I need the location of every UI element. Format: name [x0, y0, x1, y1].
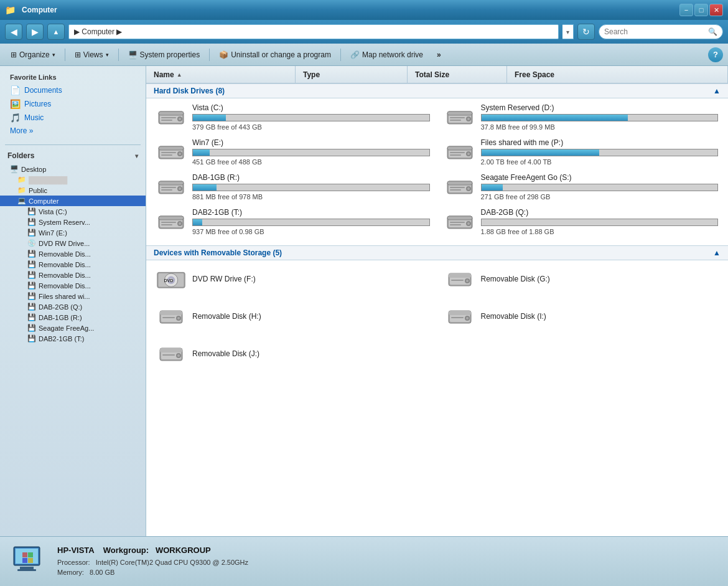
tree-item-dab2gb-q[interactable]: 💾 DAB-2GB (Q:)	[0, 301, 146, 312]
tree-item-removable-h[interactable]: 💾 Removable Dis...	[0, 259, 146, 270]
folders-header[interactable]: Folders ▾	[0, 148, 146, 164]
col-header-name[interactable]: Name ▲	[146, 66, 296, 83]
drive-item-system-d[interactable]: System Reserved (D:) 37.8 MB free of 99.…	[445, 103, 719, 131]
title-bar: 📁 Computer − □ ✕	[0, 0, 728, 20]
hard-disk-collapse[interactable]: ▲	[713, 87, 721, 95]
up-button[interactable]: ▲	[47, 24, 65, 40]
svg-rect-26	[450, 152, 465, 153]
col-type-label: Type	[303, 70, 320, 79]
drive-bar-vista-c	[192, 114, 430, 121]
refresh-button[interactable]: ↻	[577, 24, 595, 40]
drive-item-files-p[interactable]: Files shared with me (P:) 2.00 TB free o…	[445, 138, 719, 166]
col-header-type[interactable]: Type	[296, 66, 408, 83]
removable-h-icon: 💾	[27, 260, 36, 268]
organize-button[interactable]: ⊞ Organize ▾	[5, 46, 61, 64]
close-button[interactable]: ✕	[709, 4, 723, 16]
more-toolbar-button[interactable]: »	[431, 46, 447, 64]
svg-rect-92	[28, 552, 33, 557]
memory-value: 8.00 GB	[90, 569, 114, 576]
drive-item-vista-c[interactable]: Vista (C:) 379 GB free of 443 GB	[156, 103, 430, 131]
svg-text:DVD: DVD	[164, 278, 173, 283]
removable-item-dvd-f[interactable]: DVD DVD RW Drive (F:)	[156, 265, 430, 293]
svg-point-53	[467, 222, 470, 225]
svg-rect-67	[451, 280, 464, 281]
tree-item-vista-c[interactable]: 💾 Vista (C:)	[0, 206, 146, 217]
tree-item-win7-e[interactable]: 💾 Win7 (E:)	[0, 227, 146, 238]
tree-label-dab1gb-r: DAB-1GB (R:)	[39, 314, 82, 321]
drive-item-seagate-s[interactable]: Seagate FreeAgent Go (S:) 271 GB free of…	[445, 173, 719, 201]
main-container: Favorite Links 📄 Documents 🖼️ Pictures 🎵…	[0, 66, 728, 536]
drive-name-system-d: System Reserved (D:)	[481, 103, 719, 112]
removable-item-removable-i[interactable]: Removable Disk (I:)	[445, 303, 719, 330]
svg-rect-37	[447, 181, 472, 185]
window-icon: 📁	[5, 5, 16, 15]
pictures-icon: 🖼️	[10, 99, 21, 109]
svg-rect-19	[161, 152, 176, 153]
drive-item-win7-e[interactable]: Win7 (E:) 451 GB free of 488 GB	[156, 138, 430, 166]
svg-rect-89	[17, 569, 36, 571]
tree-item-system-reserved[interactable]: 💾 System Reserv...	[0, 217, 146, 227]
minimize-button[interactable]: −	[679, 4, 693, 16]
drive-fill-files-p	[482, 149, 600, 156]
tree-item-public[interactable]: 📁 Public	[0, 185, 146, 196]
sidebar-item-documents[interactable]: 📄 Documents	[0, 83, 146, 97]
drive-fill-dab1gb-r	[193, 184, 217, 191]
drive-item-dab2gb-q[interactable]: DAB-2GB (Q:) 1.88 GB free of 1.88 GB	[445, 208, 719, 235]
drive-info-system-d: System Reserved (D:) 37.8 MB free of 99.…	[481, 103, 719, 131]
tree-item-removable-g[interactable]: 💾 Removable Dis...	[0, 248, 146, 259]
column-headers: Name ▲ Type Total Size Free Space	[146, 66, 728, 83]
drive-size-win7-e: 451 GB free of 488 GB	[192, 158, 430, 166]
tree-item-removable-j[interactable]: 💾 Removable Dis...	[0, 280, 146, 291]
address-dropdown[interactable]: ▾	[562, 24, 574, 39]
removable-collapse[interactable]: ▲	[713, 248, 721, 257]
col-header-total-size[interactable]: Total Size	[408, 66, 507, 83]
map-network-button[interactable]: 🔗 Map network drive	[345, 46, 429, 64]
drive-icon-dab2gb-q	[445, 210, 475, 234]
tree-item-removable-i[interactable]: 💾 Removable Dis...	[0, 270, 146, 280]
drive-e-icon: 💾	[27, 229, 36, 237]
computer-status-icon	[10, 543, 47, 580]
removable-item-removable-g[interactable]: Removable Disk (G:)	[445, 265, 719, 293]
tree-label-system-reserved: System Reserv...	[39, 219, 90, 226]
maximize-button[interactable]: □	[694, 4, 708, 16]
drive-fill-system-d	[482, 115, 628, 121]
tree-item-dvd-rw[interactable]: 💿 DVD RW Drive...	[0, 238, 146, 248]
tree-item-computer[interactable]: 💻 Computer	[0, 196, 146, 206]
scroll-content[interactable]: Hard Disk Drives (8) ▲ Vista (C:) 379 GB…	[146, 83, 728, 536]
toolbar-separator-2	[118, 49, 119, 61]
tree-item-desktop[interactable]: 🖥️ Desktop	[0, 164, 146, 174]
system-properties-button[interactable]: 🖥️ System properties	[123, 46, 206, 64]
help-button[interactable]: ?	[708, 47, 723, 62]
col-header-free-space[interactable]: Free Space	[507, 66, 728, 83]
removable-item-removable-h[interactable]: Removable Disk (H:)	[156, 303, 430, 330]
search-input[interactable]	[604, 27, 706, 36]
sidebar-item-music[interactable]: 🎵 Music	[0, 111, 146, 125]
back-button[interactable]: ◀	[5, 24, 22, 40]
drive-name-dab1gb-r: DAB-1GB (R:)	[192, 173, 430, 182]
uninstall-button[interactable]: 📦 Uninstall or change a program	[213, 46, 337, 64]
removable-item-removable-j[interactable]: Removable Disk (J:)	[156, 340, 430, 367]
tree-item-dab2-1gb-t[interactable]: 💾 DAB2-1GB (T:)	[0, 333, 146, 344]
organize-label: Organize	[19, 50, 50, 59]
removable-i-icon: 💾	[27, 271, 36, 279]
sidebar-item-pictures[interactable]: 🖼️ Pictures	[0, 97, 146, 111]
views-button[interactable]: ⊞ Views ▾	[69, 46, 114, 64]
tree-item-seagate[interactable]: 💾 Seagate FreeAg...	[0, 323, 146, 333]
drive-item-dab1gb-r[interactable]: DAB-1GB (R:) 881 MB free of 978 MB	[156, 173, 430, 201]
folders-chevron-icon: ▾	[135, 153, 138, 159]
pictures-label: Pictures	[24, 100, 51, 108]
tree-item-dab1gb-r[interactable]: 💾 DAB-1GB (R:)	[0, 312, 146, 323]
music-icon: 🎵	[10, 113, 21, 123]
toolbar-separator-1	[65, 49, 65, 61]
drive-item-dab2-1gb-t[interactable]: DAB2-1GB (T:) 937 MB free of 0.98 GB	[156, 208, 430, 235]
forward-button[interactable]: ▶	[26, 24, 44, 40]
drive-name-seagate-s: Seagate FreeAgent Go (S:)	[481, 173, 719, 182]
status-processor: Processor: Intel(R) Core(TM)2 Quad CPU Q…	[57, 557, 718, 568]
drive-bar-files-p	[481, 149, 719, 156]
address-input[interactable]: ▶ Computer ▶	[68, 24, 559, 39]
drive-bar-system-d	[481, 114, 719, 121]
tree-item-user-folder[interactable]: 📁 ████████	[0, 174, 146, 185]
tree-item-files-shared[interactable]: 💾 Files shared wi...	[0, 291, 146, 301]
svg-rect-27	[450, 154, 461, 156]
sidebar-more-link[interactable]: More »	[0, 125, 146, 137]
